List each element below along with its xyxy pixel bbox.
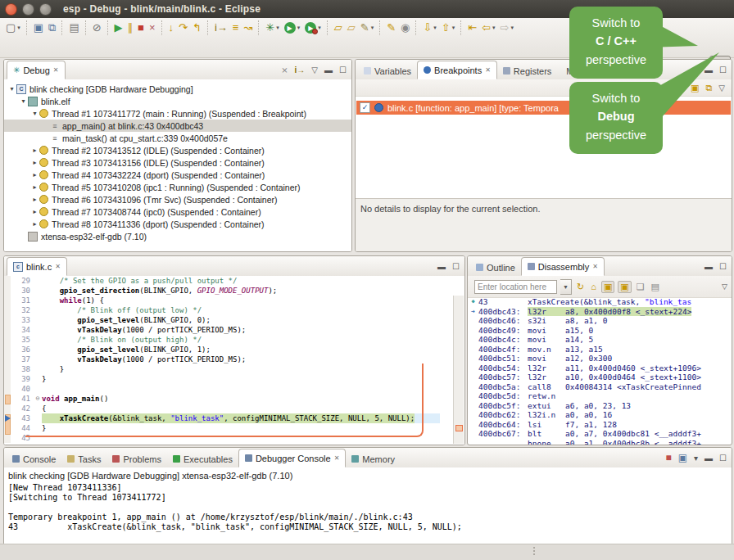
tree-expander-icon[interactable]: ▾ bbox=[19, 97, 28, 105]
step-return-button[interactable]: ↰ bbox=[190, 20, 204, 36]
code-line[interactable]: 40 bbox=[4, 384, 464, 394]
disassembly-row[interactable]: 400dbc64:lsif7, a1, 128 bbox=[468, 420, 732, 430]
view-menu-icon[interactable]: ▽ bbox=[718, 84, 725, 93]
minimize-icon[interactable]: ▬ bbox=[437, 262, 446, 271]
resume-button[interactable]: ▶ bbox=[112, 20, 125, 36]
minimize-icon[interactable]: ▬ bbox=[705, 454, 713, 463]
tree-expander-icon[interactable]: ▸ bbox=[30, 220, 39, 228]
terminate-button[interactable]: ■ bbox=[135, 20, 147, 36]
debug-tree-row[interactable]: ≡app_main() at blink.c:43 0x400dbc43 bbox=[4, 120, 351, 132]
dropdown-arrow-icon[interactable]: ▾ bbox=[318, 25, 321, 31]
tree-expander-icon[interactable]: ▸ bbox=[30, 196, 39, 203]
next-annotation-button[interactable]: ⇩▾ bbox=[420, 20, 438, 36]
build-button[interactable]: ▤ bbox=[66, 20, 81, 36]
disassembly-listing[interactable]: ◆43xTaskCreate(&blink_task, "blink_tas➜4… bbox=[468, 297, 732, 445]
open-resource-button[interactable]: ▱ bbox=[345, 20, 358, 36]
show-full-paths-icon[interactable]: ▣ bbox=[691, 83, 699, 93]
previous-annotation-button[interactable]: ⇧▾ bbox=[439, 20, 457, 36]
new-wizard-button[interactable]: ▢▾ bbox=[3, 20, 23, 36]
dropdown-arrow-icon[interactable]: ▾ bbox=[276, 25, 279, 31]
save-all-button[interactable]: ⧉ bbox=[46, 20, 58, 36]
tab-console[interactable]: Console bbox=[7, 450, 61, 467]
minimize-icon[interactable]: ▬ bbox=[705, 65, 713, 75]
tab-debug[interactable]: ✳ Debug ✕ bbox=[7, 61, 66, 79]
tree-expander-icon[interactable]: ▸ bbox=[30, 171, 39, 178]
suspend-button[interactable]: ∥ bbox=[125, 20, 136, 36]
disassembly-row[interactable]: 400dbc5f:extuia6, a0, 23, 13 bbox=[468, 401, 732, 411]
code-line[interactable]: 32 /* Blink off (output low) */ bbox=[4, 305, 464, 315]
dropdown-arrow-icon[interactable]: ▾ bbox=[452, 25, 455, 31]
dropdown-arrow-icon[interactable]: ▾ bbox=[371, 25, 374, 31]
dropdown-arrow-icon[interactable]: ▾ bbox=[433, 25, 437, 31]
instruction-mode-icon[interactable]: i→ bbox=[295, 65, 306, 75]
view-menu-icon[interactable]: ▽ bbox=[722, 282, 732, 291]
code-line[interactable]: 42{ bbox=[4, 404, 464, 413]
code-line[interactable]: 44} bbox=[4, 423, 464, 433]
breakpoint-checkbox[interactable]: ✓ bbox=[360, 102, 370, 113]
disassembly-row[interactable]: 400dbc51:movia12, 0x300 bbox=[468, 354, 732, 364]
run-launch-button[interactable]: ▶▾ bbox=[282, 20, 303, 36]
save-button[interactable]: ▣ bbox=[31, 20, 46, 36]
console-display-icon[interactable]: ▣ bbox=[678, 452, 687, 463]
code-line[interactable]: 37 vTaskDelay(1000 / portTICK_PERIOD_MS)… bbox=[4, 355, 464, 364]
tab-memory[interactable]: Memory bbox=[346, 450, 401, 467]
debug-tree-row[interactable]: ▸Thread #2 1073413512 (IDLE) (Suspended … bbox=[4, 144, 351, 156]
dropdown-arrow-icon[interactable]: ▾ bbox=[510, 25, 514, 31]
debug-tree-row[interactable]: ▾blink.elf bbox=[4, 95, 351, 107]
code-line[interactable]: 45 bbox=[4, 433, 464, 443]
pin-view-icon[interactable]: ▤ bbox=[650, 282, 661, 292]
close-icon[interactable]: ✕ bbox=[592, 263, 598, 270]
launch-history-button[interactable]: ✎▾ bbox=[358, 20, 376, 36]
code-line[interactable]: 36 gpio_set_level(BLINK_GPIO, 1); bbox=[4, 345, 464, 355]
tab-tasks[interactable]: Tasks bbox=[61, 450, 106, 467]
code-line[interactable]: 29 /* Set the GPIO as a push/pull output… bbox=[4, 276, 464, 286]
code-line[interactable]: 39} bbox=[4, 374, 464, 384]
view-menu-icon[interactable]: ▽ bbox=[311, 65, 318, 75]
code-line[interactable]: 41⊖void app_main() bbox=[4, 394, 464, 404]
disassembly-row[interactable]: 400dbc54:l32ra11, 0x400d0460 <_stext+109… bbox=[468, 364, 732, 373]
close-icon[interactable]: ✕ bbox=[55, 263, 61, 270]
code-line[interactable]: 35 /* Blink on (output high) */ bbox=[4, 335, 464, 345]
back-button[interactable]: ⇦▾ bbox=[479, 20, 497, 36]
code-line[interactable]: 34 vTaskDelay(1000 / portTICK_PERIOD_MS)… bbox=[4, 325, 464, 335]
debug-tree-row[interactable]: ▸Thread #5 1073410208 (ipc1 : Running) (… bbox=[4, 181, 351, 193]
minimize-icon[interactable]: ▬ bbox=[324, 65, 333, 75]
minimize-icon[interactable]: ▬ bbox=[705, 262, 713, 271]
breakpoint-row[interactable]: ✓ blink.c [function: app_main] [type: Te… bbox=[356, 101, 731, 115]
code-line[interactable]: 38 } bbox=[4, 364, 464, 374]
tree-expander-icon[interactable]: ▾ bbox=[30, 110, 39, 117]
code-line[interactable]: 31 while(1) { bbox=[4, 296, 464, 305]
disassembly-row[interactable]: 400dbc62:l32i.na0, a0, 16 bbox=[468, 410, 732, 420]
dropdown-arrow-icon[interactable]: ▾ bbox=[17, 25, 20, 31]
disassembly-row[interactable]: ➜400dbc43:l32ra8, 0x400d00f8 <_stext+224… bbox=[468, 307, 732, 317]
step-into-button[interactable]: ↓ bbox=[166, 20, 177, 36]
remove-terminated-icon[interactable]: ⨯ bbox=[281, 65, 288, 75]
window-close-button[interactable] bbox=[5, 3, 17, 16]
tab-debugger-console[interactable]: Debugger Console✕ bbox=[238, 449, 346, 467]
code-line[interactable]: 43 xTaskCreate(&blink_task, "blink_task"… bbox=[4, 413, 464, 423]
dropdown-arrow-icon[interactable]: ▾ bbox=[297, 25, 301, 31]
disassembly-row[interactable]: 400dbc67:blta0, a7, 0x400dbc81 <__adddf3… bbox=[468, 429, 732, 439]
link-with-debug-icon[interactable]: ⧉ bbox=[705, 83, 712, 93]
maximize-icon[interactable]: ☐ bbox=[719, 65, 727, 75]
sash-handle[interactable] bbox=[532, 547, 536, 558]
tab-disassembly[interactable]: Disassembly✕ bbox=[521, 257, 605, 276]
tree-expander-icon[interactable]: ▸ bbox=[30, 159, 39, 166]
terminate-icon[interactable]: ■ bbox=[665, 452, 671, 463]
disassembly-row[interactable]: 400dbc4c:movia14, 5 bbox=[468, 335, 732, 345]
tab-breakpoints[interactable]: Breakpoints✕ bbox=[417, 61, 497, 79]
drop-to-frame-button[interactable]: ↝ bbox=[241, 20, 255, 36]
close-icon[interactable]: ✕ bbox=[334, 454, 340, 462]
debug-tree-row[interactable]: ▸Thread #7 1073408744 (ipc0) (Suspended … bbox=[4, 205, 351, 218]
close-icon[interactable]: ✕ bbox=[485, 66, 491, 74]
disassembly-row[interactable]: 400dbc4f:mov.na13, a15 bbox=[468, 345, 732, 355]
tree-expander-icon[interactable]: ▸ bbox=[30, 183, 39, 191]
location-input[interactable]: Enter location here bbox=[474, 280, 557, 294]
debug-tree-row[interactable]: ≡main_task() at cpu_start.c:339 0x400d05… bbox=[4, 132, 351, 144]
window-minimize-button[interactable] bbox=[22, 3, 34, 16]
disassembly-row[interactable]: bnonea0, a1, 0x400dbc8b <__adddf3+ bbox=[468, 439, 732, 445]
disassembly-row[interactable]: 400dbc57:l32ra10, 0x400d0464 <_stext+110… bbox=[468, 373, 732, 382]
code-line[interactable]: 30 gpio_set_direction(BLINK_GPIO, GPIO_M… bbox=[4, 286, 464, 296]
highlighter-button[interactable]: ✎ bbox=[384, 20, 398, 36]
skip-all-breakpoints-button[interactable]: ⊘ bbox=[90, 20, 104, 36]
